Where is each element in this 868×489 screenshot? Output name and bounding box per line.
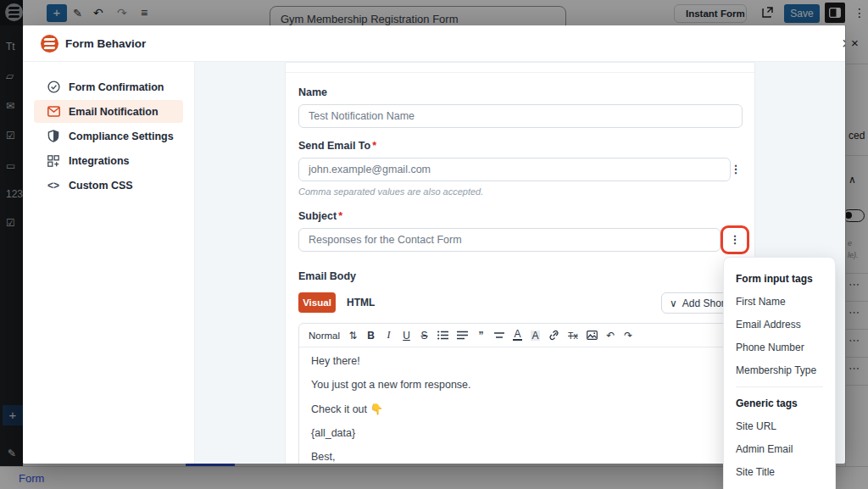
strikethrough-icon[interactable]: S	[420, 330, 429, 342]
block-style-select[interactable]: Normal	[309, 331, 340, 341]
click-target-highlight-ring	[721, 225, 749, 254]
send-email-to-input[interactable]	[298, 158, 731, 181]
editor-line: You just got a new form response.	[311, 379, 730, 391]
block-style-sort-icon[interactable]: ⇅	[348, 330, 358, 342]
email-helper-text: Comma separated values are also accepted…	[298, 186, 483, 197]
required-asterisk: *	[338, 210, 342, 222]
tab-html[interactable]: HTML	[347, 297, 375, 308]
email-tags-kebab-icon[interactable]: ⋮	[729, 158, 743, 181]
nav-label: Email Notification	[69, 106, 159, 118]
blockquote-icon[interactable]: ”	[476, 330, 486, 342]
undo-icon[interactable]: ↶	[606, 330, 615, 342]
email-notification-card: Name Send Email To* ⋮ Comma separated va…	[285, 62, 755, 464]
form-behavior-modal: Form Behavior × Form Confirmation Email …	[23, 25, 845, 464]
dropdown-divider	[736, 386, 823, 387]
dropdown-item[interactable]: First Name	[724, 290, 835, 313]
dropdown-item[interactable]: Phone Number	[724, 336, 835, 358]
dropdown-item[interactable]: Membership Type	[724, 358, 835, 381]
tab-visual[interactable]: Visual	[298, 292, 336, 313]
highlight-color-icon[interactable]: A	[531, 331, 540, 341]
dropdown-item[interactable]: Site Title	[724, 460, 835, 483]
horizontal-rule-icon[interactable]	[494, 332, 504, 338]
smart-tags-dropdown: Form input tags First Name Email Address…	[723, 257, 836, 489]
editor-line: Check it out 👇	[311, 403, 730, 415]
clear-formatting-icon[interactable]: Tx	[568, 331, 578, 341]
envelope-icon	[47, 105, 60, 119]
nav-custom-css[interactable]: <> Custom CSS	[34, 174, 183, 197]
nav-form-confirmation[interactable]: Form Confirmation	[34, 75, 183, 98]
text-color-icon[interactable]: A	[513, 330, 522, 341]
nav-label: Integrations	[69, 155, 130, 167]
unordered-list-icon[interactable]	[457, 331, 468, 340]
check-circle-icon	[47, 81, 60, 94]
ordered-list-icon[interactable]	[437, 331, 448, 340]
redo-icon[interactable]: ↷	[624, 330, 633, 342]
nav-integrations[interactable]: Integrations	[34, 149, 183, 172]
dropdown-item[interactable]: Email Address	[724, 313, 835, 336]
chevron-down-icon: ∨	[670, 297, 677, 309]
modal-close-icon[interactable]: ×	[842, 34, 845, 53]
nav-label: Compliance Settings	[69, 131, 174, 142]
email-body-label: Email Body	[298, 270, 356, 282]
screen: + ✎ ↶ ↷ ≡ Instant Form Save ⋮ Tt ▱ ✉ ☑ ▭…	[0, 0, 868, 489]
underline-icon[interactable]: U	[402, 330, 411, 342]
italic-icon[interactable]: I	[384, 329, 393, 342]
editor-line: {all_data}	[311, 427, 730, 439]
nav-label: Custom CSS	[69, 180, 133, 192]
shield-icon	[47, 130, 60, 143]
nav-compliance-settings[interactable]: Compliance Settings	[34, 125, 183, 147]
image-icon[interactable]	[587, 331, 598, 340]
bold-icon[interactable]: B	[366, 330, 376, 342]
modal-header: Form Behavior ×	[23, 25, 845, 62]
dropdown-item[interactable]: IP Address	[724, 483, 835, 489]
email-body-editor: Normal ⇅ B I U S ” A	[298, 323, 743, 464]
nav-email-notification[interactable]: Email Notification	[34, 100, 183, 123]
link-icon[interactable]	[548, 330, 559, 341]
sureforms-orange-logo-icon	[41, 35, 58, 53]
dropdown-section-header: Generic tags	[724, 392, 835, 414]
editor-line: Hey there!	[311, 355, 730, 367]
grid-plus-icon	[47, 154, 60, 168]
subject-label: Subject*	[298, 210, 342, 222]
editor-toolbar: Normal ⇅ B I U S ” A	[299, 324, 742, 347]
notification-name-input[interactable]	[298, 104, 743, 128]
required-asterisk: *	[372, 140, 376, 152]
dropdown-section-header: Form input tags	[724, 268, 835, 290]
modal-sidebar: Form Confirmation Email Notification Com…	[23, 62, 195, 464]
nav-label: Form Confirmation	[69, 81, 164, 93]
dropdown-item[interactable]: Admin Email	[724, 437, 835, 460]
dropdown-item[interactable]: Site URL	[724, 414, 835, 437]
subject-input[interactable]	[298, 228, 721, 252]
editor-content[interactable]: Hey there! You just got a new form respo…	[299, 347, 742, 464]
editor-line: Best,	[311, 451, 730, 463]
code-brackets-icon: <>	[47, 179, 60, 192]
modal-title: Form Behavior	[65, 37, 146, 50]
name-label: Name	[298, 86, 327, 98]
send-email-to-label: Send Email To*	[298, 140, 376, 152]
